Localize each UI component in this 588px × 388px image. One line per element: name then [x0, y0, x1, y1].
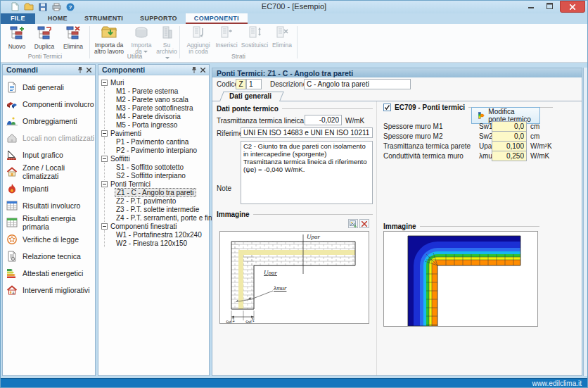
- page-title: Ponti Termici: Z1 - C - Angolo tra paret…: [217, 69, 353, 77]
- sidebar-item-verifiche-di-legge[interactable]: Verifiche di legge: [3, 231, 95, 248]
- descrizione-field[interactable]: [304, 79, 411, 89]
- close-button[interactable]: [560, 1, 585, 13]
- tree-item[interactable]: Z4 - P.T. serramenti, porte e finestre: [115, 213, 209, 222]
- tree-item[interactable]: M1 - Parete esterna: [115, 87, 209, 95]
- tree-new-icon: [4, 25, 30, 42]
- symbol-sw2: Sw2: [479, 132, 492, 140]
- tab-strumenti[interactable]: STRUMENTI: [76, 13, 132, 24]
- sidebar-item-attestati-energetici[interactable]: Attestati energetici: [3, 265, 95, 282]
- tree-item[interactable]: P2 - Pavimento interpiano: [115, 146, 209, 154]
- close-panel-icon[interactable]: [84, 66, 93, 74]
- pin-icon[interactable]: [76, 66, 84, 74]
- tree-delete-icon: [60, 25, 87, 42]
- elimina-strati-label: Elimina: [272, 42, 292, 49]
- tree-item-selected[interactable]: Z1 - C - Angolo tra pareti: [115, 188, 209, 196]
- codice-value-field[interactable]: [246, 79, 262, 89]
- ribbon-group-utilita: Importa da altro lavoro Importa da Su ar…: [90, 24, 179, 62]
- collapse-icon[interactable]: [101, 223, 108, 230]
- pin-icon[interactable]: [190, 66, 198, 74]
- import-folder-icon: [92, 25, 126, 41]
- componenti-panel: Componenti Muri M1 - Parete esterna M2 -…: [98, 64, 210, 376]
- sidebar-item-risultati-energia-primaria[interactable]: Risultati energia primaria: [3, 214, 95, 231]
- tree-item[interactable]: M5 - Porta ingresso: [115, 120, 209, 129]
- tree-item[interactable]: S1 - Soffitto sottotetto: [115, 163, 209, 171]
- collapse-icon[interactable]: [101, 80, 108, 86]
- tab-supporto[interactable]: SUPPORTO: [132, 13, 186, 24]
- sw2-field[interactable]: [492, 131, 527, 142]
- sidebar-item-dati-generali[interactable]: Dati generali: [3, 79, 95, 96]
- sidebar-item-componenti-involucro[interactable]: Componenti involucro: [3, 96, 95, 113]
- checkmark-icon: [384, 104, 390, 111]
- sidebar-item-interventi-migliorativi[interactable]: Interventi migliorativi: [3, 282, 95, 299]
- tree-item[interactable]: M3 - Parete sottofinestra: [115, 104, 209, 112]
- aggiungi-in-coda-button: Aggiungi in coda: [184, 25, 212, 55]
- building-icon: [155, 25, 179, 41]
- tree-node-ponti-termici[interactable]: Ponti Termici: [101, 180, 209, 188]
- tree-item[interactable]: Z2 - P.T. pavimento: [115, 196, 209, 205]
- upar-field[interactable]: [492, 141, 527, 151]
- sidebar-item-input-grafico[interactable]: Input grafico: [3, 146, 95, 163]
- elimina-button[interactable]: Elimina: [60, 25, 87, 50]
- minimize-button[interactable]: [522, 1, 539, 11]
- tree-node-pavimenti[interactable]: Pavimenti: [101, 129, 209, 137]
- components-icon: [6, 99, 18, 110]
- table-blue-icon: [6, 200, 18, 211]
- inserisci-label: Inserisci: [215, 42, 237, 49]
- ribbon: Nuovo Duplica Elimina Ponti Termici Impo…: [1, 24, 587, 63]
- load-image-button[interactable]: [348, 219, 358, 228]
- duplica-label: Duplica: [34, 43, 54, 50]
- tree-item[interactable]: W1 - Portafinestra 120x240: [115, 230, 209, 239]
- ec709-checkbox[interactable]: [383, 104, 391, 111]
- window-title: EC700 - [Esempio]: [1, 2, 587, 11]
- bridge-diagram-image: Upar Upar λmur Sw2 Sw1: [219, 231, 369, 324]
- tree-item[interactable]: P1 - Pavimento cantina: [115, 137, 209, 146]
- lambda-field[interactable]: [492, 151, 527, 161]
- tree-item[interactable]: W2 - Finestra 120x150: [115, 239, 209, 247]
- report-icon: [6, 251, 18, 262]
- sidebar-item-risultati-involucro[interactable]: Risultati involucro: [3, 197, 95, 214]
- maximize-button[interactable]: [541, 1, 558, 11]
- table-green-icon: [6, 217, 18, 228]
- tree-node-componenti-finestrati[interactable]: Componenti finestrati: [101, 222, 209, 230]
- sidebar-item-relazione-tecnica[interactable]: Relazione tecnica: [3, 248, 95, 265]
- sidebar-item-ombreggiamenti[interactable]: Ombreggiamenti: [3, 113, 95, 130]
- descrizione-label: Descrizione: [270, 80, 307, 88]
- sidebar-item-zone-locali-climatizzati[interactable]: Zone / Locali climatizzati: [3, 163, 95, 180]
- delete-image-button[interactable]: [359, 219, 369, 228]
- tab-dati-generali[interactable]: Dati generali: [219, 92, 280, 101]
- shading-icon: [6, 115, 18, 127]
- tree-node-soffitti[interactable]: Soffitti: [101, 154, 209, 163]
- close-panel-icon[interactable]: [198, 66, 207, 74]
- sw1-field[interactable]: [492, 121, 527, 132]
- ec709-row-lambda: Conduttività termica muro λmur W/mK: [212, 152, 582, 162]
- comandi-title: Comandi: [6, 65, 38, 74]
- tree-item[interactable]: S2 - Soffitto interpiano: [115, 171, 209, 180]
- diagram-label-lambda: λmur: [273, 284, 287, 292]
- collapse-icon[interactable]: [101, 130, 108, 137]
- ec709-checkbox-label: EC709 - Ponti termici: [395, 104, 465, 111]
- diagram-label-upar-mid: Upar: [264, 269, 277, 276]
- improvements-icon: [6, 284, 18, 296]
- tab-componenti[interactable]: COMPONENTI: [186, 13, 248, 24]
- duplica-button[interactable]: Duplica: [31, 25, 58, 50]
- main-panel-header: Ponti Termici: Z1 - C - Angolo tra paret…: [212, 68, 582, 77]
- tree-item[interactable]: M4 - Parete divisoria: [115, 112, 209, 120]
- tab-home[interactable]: HOME: [39, 13, 76, 24]
- tab-file[interactable]: FILE: [1, 13, 35, 24]
- tree-item[interactable]: Z3 - P.T. solette intermedie: [115, 205, 209, 213]
- collapse-icon[interactable]: [101, 156, 108, 162]
- edilclima-link[interactable]: www.edilclima.it: [532, 380, 582, 387]
- thermal-image: [383, 231, 538, 327]
- picture-icon: [350, 220, 357, 227]
- nuovo-button[interactable]: Nuovo: [4, 25, 30, 50]
- importa-da-button: Importa da: [127, 25, 155, 55]
- tree-node-muri[interactable]: Muri: [101, 78, 209, 87]
- importa-da-altro-lavoro-button[interactable]: Importa da altro lavoro: [92, 25, 126, 55]
- main-panel: Ponti Termici: Z1 - C - Angolo tra paret…: [212, 68, 582, 376]
- tree-item[interactable]: M2 - Parete vano scala: [115, 95, 209, 104]
- collapse-icon[interactable]: [101, 181, 108, 187]
- right-scroll-strip[interactable]: [583, 68, 588, 376]
- app-window: ? EC700 - [Esempio] FILE HOME STRUMENTI …: [0, 0, 588, 388]
- sidebar-item-impianti[interactable]: Impianti: [3, 180, 95, 197]
- codice-prefix-field[interactable]: [236, 79, 246, 89]
